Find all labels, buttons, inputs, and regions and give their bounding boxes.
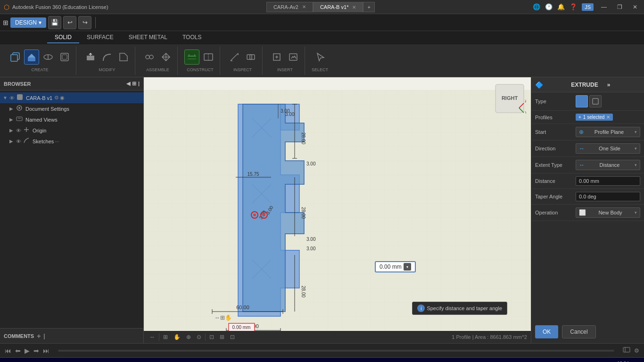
office-taskbar-icon[interactable]: ⬛ [196,358,215,362]
edge-taskbar-icon[interactable]: 🌐 [176,358,195,362]
maximize-button[interactable]: ❐ [614,3,625,11]
zoom-in-icon[interactable]: ⊕ [184,333,193,341]
windows-start-button[interactable] [2,358,21,362]
insert-canvas-icon[interactable] [286,49,301,65]
select-icon[interactable] [313,49,328,65]
close-button[interactable]: ✕ [630,3,640,11]
new-component-icon[interactable] [8,49,23,65]
press-pull-icon[interactable] [83,49,98,65]
spotify-taskbar-icon[interactable]: ♫ [275,358,294,362]
tab-cara-bv1[interactable]: CARA-B v1* ✕ [313,2,363,12]
direction-select[interactable]: ↔ One Side ▾ [576,143,640,154]
browser-sketches[interactable]: ▶ 👁 Sketches ··· [0,136,143,147]
browser-settings-icon[interactable]: ⊞ [132,81,136,87]
clock-display[interactable]: 10:04 5/04/2021 [608,361,629,362]
extrude-icon[interactable] [24,49,39,65]
browser-root-item[interactable]: ▼ 👁 CARA-B v1 ⚙ ◉ [0,92,143,103]
move-icon[interactable] [158,49,173,65]
task-view-button[interactable] [137,358,156,362]
anim-back-icon[interactable]: ⏮ [5,347,11,354]
dim-menu-icon[interactable]: ▾ [404,263,411,271]
extent-type-select[interactable]: ↔ Distance ▾ [576,160,640,170]
browser-expand2-icon[interactable]: ◉ [60,95,65,101]
type-surface-icon[interactable] [589,95,602,107]
surface-tab[interactable]: SURFACE [79,32,121,43]
tab2-close-icon[interactable]: ✕ [352,5,356,10]
anim-play-icon[interactable]: ▶ [25,347,30,354]
origin-visibility-icon[interactable]: 👁 [16,128,21,133]
browser-gear-icon[interactable]: ⚙ [54,95,59,101]
new-tab-button[interactable]: + [363,2,374,12]
save-button[interactable]: 💾 [48,16,61,29]
display-mode-icon[interactable]: ⊡ [207,333,216,341]
visibility-icon[interactable]: 👁 [9,95,15,101]
ok-button[interactable]: OK [535,325,558,338]
search-button[interactable] [22,358,41,362]
design-dropdown-button[interactable]: DESIGN ▾ [10,17,46,28]
tab-cara-av2[interactable]: CARA-Av2 ✕ [266,2,313,12]
cancel-button[interactable]: Cancel [562,325,595,338]
interference-icon[interactable] [243,49,258,65]
comments-add-icon[interactable]: + [37,332,41,340]
anim-next-icon[interactable]: ➡ [33,347,39,354]
select-group: SELECT [308,47,332,75]
joint-icon[interactable] [142,49,157,65]
tools-tab[interactable]: TOOLS [175,32,209,43]
minimize-button[interactable]: — [598,3,610,11]
distance-input[interactable] [576,176,640,186]
browser-named-views[interactable]: ▶ Named Views [0,114,143,125]
grid-icon[interactable]: ⊞ [218,333,226,341]
files-taskbar-icon[interactable]: 📁 [236,358,255,362]
tab1-close-icon[interactable]: ✕ [302,4,306,9]
zoom-fit-icon[interactable]: ⊙ [195,333,203,341]
select-group-label: SELECT [312,67,328,72]
view-cube[interactable]: RIGHT Z Y [493,82,526,115]
dimension-input[interactable]: 0.00 mm ▾ [375,261,416,272]
chrome-taskbar-icon[interactable]: 🔵 [315,358,334,362]
browser-origin[interactable]: ▶ 👁 Origin [0,125,143,136]
midplane-icon[interactable] [201,49,216,65]
operation-select-text: New Body [598,210,622,215]
taper-input[interactable] [576,192,640,201]
redo-button[interactable]: ↪ [78,16,91,29]
fillet-icon[interactable] [99,49,115,65]
fusion360-taskbar-icon[interactable]: ⬡ [157,358,175,362]
start-select-text: Profile Plane [594,129,624,135]
browser-pin-icon[interactable]: | [138,81,140,87]
shell-icon[interactable] [57,49,72,65]
canvas-area[interactable]: 60.00 20.00 15.75 28.00 28.00 28.00 3.00… [144,77,531,343]
operation-select[interactable]: ⬜ New Body ▾ [576,207,640,218]
grid-snap-icon[interactable]: ⊞ [161,333,170,341]
comments-pin-icon[interactable]: | [43,333,45,339]
dropbox-taskbar-icon[interactable]: ◆ [216,358,235,362]
extrude-collapse-icon[interactable]: » [607,82,640,88]
anim-prev-icon[interactable]: ⬅ [15,347,21,354]
undo-button[interactable]: ↩ [63,16,76,29]
browser-back-icon[interactable]: ◀ [126,81,130,87]
profiles-selected-badge[interactable]: + 1 selected ✕ [576,114,613,121]
revolve-icon[interactable] [41,49,56,65]
mail-taskbar-icon[interactable]: ✉ [256,358,274,362]
profiles-clear-icon[interactable]: ✕ [606,115,610,120]
snap-icon[interactable]: ↔ [148,333,157,341]
fusion-taskbar-icon2[interactable]: ◨ [295,358,314,362]
start-select[interactable]: ⊕ Profile Plane ▾ [576,127,640,137]
pan-icon[interactable]: ✋ [172,333,182,341]
measure-icon[interactable] [227,49,242,65]
sketches-visibility-icon[interactable]: 👁 [16,139,21,144]
timeline-bar[interactable] [58,350,614,352]
browser-doc-settings[interactable]: ▶ Document Settings [0,103,143,114]
dim-value[interactable]: 0.00 mm [380,263,402,270]
offset-plane-icon[interactable] [184,49,199,65]
insert-derive-icon[interactable] [269,49,284,65]
inspect-icons [227,49,258,65]
snap-grid-icon[interactable]: ⊡ [228,333,237,341]
anim-end-icon[interactable]: ⏭ [43,347,50,354]
timeline-icon[interactable] [623,346,630,355]
type-solid-icon[interactable] [576,95,588,107]
sheet-metal-tab[interactable]: SHEET METAL [121,32,175,43]
chamfer-icon[interactable] [116,49,131,65]
solid-tab[interactable]: SOLID [47,32,79,43]
tooltip-icon: i [417,304,425,312]
settings-icon[interactable]: ⚙ [634,347,639,354]
